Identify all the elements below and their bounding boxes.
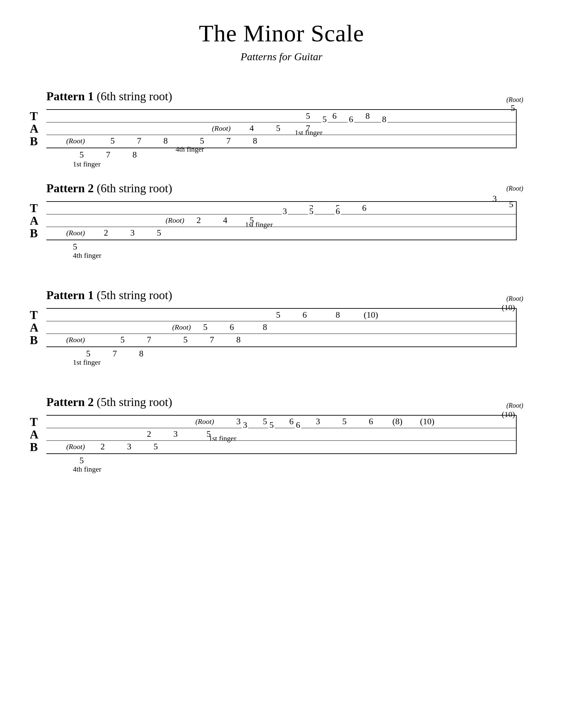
p1-s3-n1: 5 [110, 137, 116, 145]
p3-below-finger: 1st finger [73, 358, 101, 367]
p4-s2-n5: 5 [268, 421, 275, 430]
p4-s1-n8: (10) [419, 417, 435, 426]
t-letter-4: T [30, 416, 38, 428]
p4-below-finger: 4th finger [73, 465, 101, 474]
p1-below-n2: 7 [106, 150, 110, 160]
p4-s3-n1: 2 [100, 442, 106, 451]
a-letter-3: A [30, 321, 38, 334]
pattern-2-5th-normal: (5th string root) [97, 395, 172, 409]
p4-s2-n2: 3 [172, 430, 179, 438]
p3-s3-root: (Root) [66, 336, 85, 344]
p4-s1-n5: 5 [342, 417, 348, 426]
pattern-2-5th-section: Pattern 2 (5th string root) (Root) (10) … [33, 395, 530, 479]
p3-string3: (Root) 5 7 5 7 8 [46, 334, 516, 346]
p1-s3-n5: 7 [225, 137, 232, 145]
p3-s3-n5: 8 [235, 336, 242, 344]
p3-s2-n3: 8 [262, 323, 268, 332]
p3-s1-n2: 6 [302, 311, 308, 319]
tab-letters-p3: T A B [30, 309, 38, 346]
pattern-2-5th-staff: T A B (Root) 3 5 6 3 5 6 (8) (10) [46, 415, 517, 454]
p3-below-n3: 8 [139, 349, 143, 359]
tab-letters-p4: T A B [30, 416, 38, 453]
a-letter-2: A [30, 214, 38, 227]
pattern-1-section: Pattern 1 (6th string root) (Root) 5 T A… [33, 89, 530, 148]
pattern-2-heading: Pattern 2 (6th string root) [46, 181, 530, 195]
p1-s3-finger: 4th finger [175, 145, 204, 154]
pattern-1-normal: (6th string root) [97, 90, 172, 103]
p3-s2-n1: 5 [202, 323, 209, 332]
p3-string2: (Root) 5 6 8 [46, 321, 516, 334]
pattern-2-5th-bold: Pattern 2 [46, 395, 94, 409]
p4-below-staff: 5 4th finger [46, 456, 517, 479]
a-letter-4: A [30, 428, 38, 441]
p1-s3-n3: 8 [163, 137, 169, 145]
pattern-2-5th-tab: (Root) (10) T A B (Root) 3 5 6 3 5 6 [46, 415, 517, 479]
p2-below-n1: 5 [73, 242, 77, 252]
p3-s1-n3: 8 [335, 311, 341, 319]
p2-s3-n2: 3 [129, 229, 136, 237]
pattern-2-bold: Pattern 2 [46, 182, 94, 195]
pattern-1-bold: Pattern 1 [46, 90, 94, 103]
p3-below-staff: 5 7 8 1st finger [46, 349, 517, 369]
p2-string1: 3 5 6 [46, 202, 516, 214]
pattern-2-tab: (Root) 3 5 T A B 3 5 6 (Root) [46, 201, 517, 262]
p4-s1-root: (Root) [195, 417, 214, 426]
p1-right-root-label: (Root) [506, 96, 523, 104]
p1-s3-root: (Root) [66, 137, 85, 145]
p1-string2: (Root) 4 5 7 5 6 8 1st finger [46, 122, 516, 135]
p4-s2-n1: 2 [146, 430, 152, 438]
p4-string2: 2 3 5 3 5 6 1st finger [46, 428, 516, 441]
p1-s2-n4: 5 [322, 115, 328, 124]
tab-letters-p1: T A B [30, 110, 38, 148]
p1-s2-root: (Root) [212, 124, 230, 133]
p4-s2-n4: 3 [242, 421, 248, 430]
p2-s2-n6: 6 [335, 207, 341, 216]
p1-s2-n6: 8 [381, 115, 388, 124]
p3-s3-n3: 5 [182, 336, 189, 344]
pattern-1-5th-section: Pattern 1 (5th string root) (Root) (10) … [33, 288, 530, 369]
p4-string3: (Root) 2 3 5 [46, 441, 516, 453]
p1-strings: 5 6 8 (Root) 4 5 7 5 6 8 1st fi [46, 110, 516, 148]
p1-s3-n6: 8 [252, 137, 258, 145]
p4-right-root-label: (Root) [506, 402, 523, 409]
p1-s3-n2: 7 [136, 137, 142, 145]
p1-s1-n3: 8 [365, 112, 371, 120]
b-letter-2: B [30, 227, 38, 240]
pattern-1-5th-bold: Pattern 1 [46, 289, 94, 302]
p3-s3-n4: 7 [209, 336, 215, 344]
p3-below-n1: 5 [86, 349, 90, 359]
pattern-1-staff: T A B 5 6 8 (Root) 4 [46, 109, 517, 148]
p2-s2-n5: 5 [308, 207, 315, 216]
p2-s3-n3: 5 [156, 229, 162, 237]
p2-s3-root: (Root) [66, 229, 85, 237]
b-letter-4: B [30, 441, 38, 453]
p4-s1-n7: (8) [392, 417, 403, 426]
p1-string3: (Root) 5 7 8 5 7 8 4th finger [46, 135, 516, 148]
p3-s1-n1: 5 [275, 311, 282, 319]
pattern-2-5th-heading: Pattern 2 (5th string root) [46, 395, 530, 409]
p1-s1-n2: 6 [332, 112, 338, 120]
p2-s2-n4: 3 [282, 207, 288, 216]
p3-s1-n4: (10) [363, 311, 379, 319]
p2-s2-n1: 2 [196, 216, 202, 225]
p2-right-root-label: (Root) [506, 185, 523, 192]
t-letter-3: T [30, 309, 38, 321]
p4-s1-n2: 5 [262, 417, 268, 426]
t-letter: T [30, 110, 38, 122]
p2-below-staff: 5 4th finger [46, 242, 517, 262]
p2-s2-n2: 4 [222, 216, 228, 225]
p1-s2-n1: 4 [249, 124, 255, 133]
p4-s1-n1: 3 [235, 417, 242, 426]
p4-s3-n2: 3 [126, 442, 132, 451]
p3-below-n2: 7 [113, 349, 117, 359]
a-letter: A [30, 122, 38, 135]
p2-s3-n1: 2 [103, 229, 109, 237]
p2-string2: (Root) 2 4 5 3 5 6 1st finger [46, 214, 516, 227]
pattern-1-tab: (Root) 5 T A B 5 6 8 [46, 109, 517, 148]
tab-letters-p2: T A B [30, 202, 38, 240]
pattern-1-heading: Pattern 1 (6th string root) [46, 89, 530, 103]
p2-below-finger: 4th finger [73, 251, 101, 260]
p1-s3-n4: 5 [199, 137, 205, 145]
pattern-2-staff: T A B 3 5 6 (Root) 2 4 5 [46, 201, 517, 240]
pattern-2-section: Pattern 2 (6th string root) (Root) 3 5 T… [33, 181, 530, 262]
